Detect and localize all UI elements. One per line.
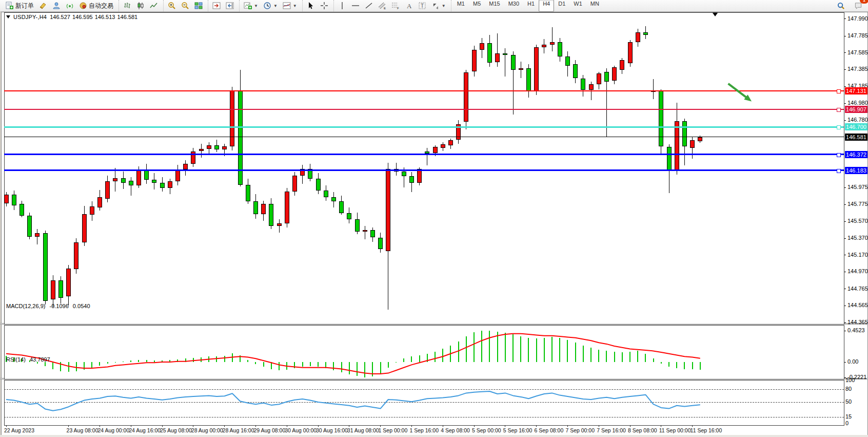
dropdown-arrow-icon[interactable]: ▼: [273, 4, 278, 8]
current-price-line[interactable]: [4, 137, 844, 137]
line-chart-button[interactable]: [147, 0, 161, 12]
macd-histogram-bar: [637, 351, 638, 362]
candle-down: [129, 181, 133, 186]
chart-shift-button[interactable]: [223, 0, 236, 12]
text-label-button[interactable]: T: [416, 0, 429, 12]
equidistant-channel-button[interactable]: E: [376, 0, 389, 12]
rsi-panel[interactable]: [4, 380, 844, 426]
rsi-level-line: [4, 389, 844, 390]
candle-down: [503, 53, 507, 55]
candle-down: [58, 280, 63, 298]
pivot-line-146700[interactable]: [4, 126, 844, 128]
candle-chart-button[interactable]: [134, 0, 147, 12]
timeframe-m5-button[interactable]: M5: [469, 0, 485, 12]
auto-scroll-button[interactable]: [210, 0, 223, 12]
price-axis-label: 144.765: [847, 286, 868, 292]
support-line-146372-handle[interactable]: [837, 153, 841, 157]
crosshair-button[interactable]: [318, 0, 331, 12]
horizontal-line-button[interactable]: [349, 0, 362, 12]
timeframe-mn-button[interactable]: MN: [586, 0, 603, 12]
date-axis-label: 24 Aug 16:00: [129, 427, 161, 433]
resistance-line-147131-handle[interactable]: [837, 89, 841, 93]
date-axis-label: 5 Sep 00:00: [472, 427, 501, 433]
macd-histogram-bar: [185, 358, 186, 362]
candle-up: [589, 84, 594, 90]
date-axis-label: 4 Sep 08:00: [441, 427, 470, 433]
timeframe-h1-button[interactable]: H1: [523, 0, 539, 12]
toolbar-group: EFAT▼: [333, 0, 450, 11]
periods-button[interactable]: ▼: [261, 0, 280, 12]
macd-histogram-bar: [169, 360, 170, 362]
macd-histogram-bar: [310, 362, 311, 366]
candle-up: [113, 178, 117, 182]
timeframe-m1-button[interactable]: M1: [453, 0, 469, 12]
svg-text:A: A: [407, 2, 412, 10]
resistance-line-146907[interactable]: [4, 109, 844, 110]
candle-up: [636, 32, 640, 43]
dropdown-arrow-icon[interactable]: ▼: [254, 4, 258, 8]
navigator-button[interactable]: [50, 0, 63, 12]
timeframe-m30-button[interactable]: M30: [504, 0, 523, 12]
macd-histogram-bar: [146, 360, 147, 362]
macd-histogram-bar: [208, 356, 209, 362]
candle-up: [292, 176, 297, 192]
chart-shift-marker[interactable]: [713, 13, 718, 16]
pivot-line-146700-handle[interactable]: [837, 125, 841, 129]
zoom-in-button[interactable]: [165, 0, 179, 12]
macd-signal-value: 0.0540: [73, 303, 90, 309]
templates-button[interactable]: ▼: [280, 0, 300, 12]
main-chart-panel[interactable]: [4, 12, 844, 325]
toolbar-group: [163, 0, 207, 11]
text-button[interactable]: A: [402, 0, 416, 12]
zoom-out-button[interactable]: [179, 0, 192, 12]
dropdown-arrow-icon[interactable]: ▼: [442, 4, 446, 8]
candle-down: [27, 216, 32, 237]
macd-histogram-bar: [138, 360, 139, 362]
fibonacci-button[interactable]: F: [389, 0, 402, 12]
macd-histogram-bar: [357, 362, 358, 376]
trendline-icon: [365, 2, 373, 10]
tile-windows-icon: [194, 2, 203, 10]
tile-windows-button[interactable]: [192, 0, 205, 12]
dropdown-arrow-icon[interactable]: ▼: [293, 4, 297, 8]
rsi-axis-label: 80: [845, 386, 852, 392]
vertical-line-button[interactable]: [336, 0, 349, 12]
macd-histogram-bar: [614, 352, 615, 362]
macd-histogram-bar: [91, 362, 92, 368]
macd-panel[interactable]: [4, 325, 844, 379]
macd-histogram-bar: [255, 362, 256, 364]
signals-button[interactable]: [63, 0, 76, 12]
resistance-line-146907-handle[interactable]: [837, 108, 841, 112]
timeframe-d1-button[interactable]: D1: [554, 0, 569, 12]
macd-histogram-bar: [154, 360, 155, 362]
support-line-146183-handle[interactable]: [837, 169, 841, 173]
chat-button[interactable]: 1: [852, 0, 865, 12]
candle-wick: [279, 219, 280, 233]
price-axis-label: 144.970: [847, 268, 868, 274]
resistance-line-147131[interactable]: [4, 90, 844, 91]
timeframe-m15-button[interactable]: M15: [485, 0, 504, 12]
bar-chart-button[interactable]: [121, 0, 134, 12]
new-chart-button[interactable]: ▼: [241, 0, 261, 12]
date-axis-label: 5 Sep 16:00: [503, 427, 532, 433]
candle-up: [191, 151, 195, 164]
timeframe-h4-button[interactable]: H4: [539, 0, 554, 12]
macd-histogram-bar: [645, 354, 646, 362]
rsi-axis-label: 15: [845, 413, 852, 420]
styles-button[interactable]: [36, 0, 50, 12]
symbol-dropdown-icon[interactable]: [6, 15, 10, 18]
search-button[interactable]: [835, 0, 847, 12]
support-line-146372[interactable]: [4, 154, 844, 155]
cursor-button[interactable]: [304, 0, 318, 12]
new-order-button[interactable]: 新订单: [3, 0, 36, 12]
trendline-button[interactable]: [362, 0, 376, 12]
arrows-button[interactable]: ▼: [429, 0, 448, 12]
macd-histogram-bar: [52, 362, 53, 369]
macd-histogram-bar: [107, 362, 108, 364]
rsi-axis-label: 100: [845, 377, 855, 383]
toolbar-group: 新订单自动交易: [1, 0, 117, 11]
support-line-146183[interactable]: [4, 169, 844, 171]
macd-histogram-bar: [380, 362, 381, 374]
timeframe-w1-button[interactable]: W1: [569, 0, 586, 12]
auto-trading-button[interactable]: 自动交易: [76, 0, 116, 12]
